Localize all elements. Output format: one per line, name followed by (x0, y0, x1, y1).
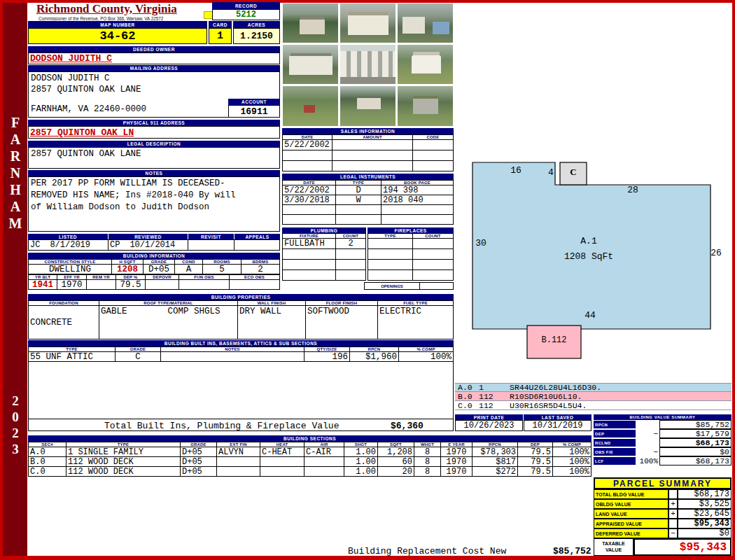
sec-sqft: 60 (378, 457, 414, 467)
photo-thumbnail-2[interactable] (340, 3, 396, 43)
col-construction-style: CONSTRUCTION STYLE (28, 259, 112, 265)
section-row-B: B.0 112 WOOD DECK D+05 1.00 60 8 1970 $8… (28, 457, 592, 467)
col-type: TYPE (28, 346, 115, 352)
sec-air: C-AIR (304, 447, 344, 457)
col-qty: QTY/SIZE (304, 346, 350, 352)
heated-sqft: 1208 (112, 265, 144, 274)
bvs-label-dep: DEP (594, 430, 636, 438)
parcel-value-land: $23,645 (678, 509, 732, 519)
photo-thumbnail-4[interactable] (282, 44, 339, 85)
col-sale-code: CODE (413, 134, 454, 140)
sketch-area-label: A.1 (564, 236, 613, 246)
vector-path: SR44U26L28U4L16D30. (510, 383, 601, 392)
account-value: 16911 (228, 105, 280, 118)
building-info-header: BUILDING INFORMATION (28, 253, 280, 259)
legal-description-value: 2857 QUINTON OAK LANE (29, 148, 141, 159)
inst-bookpage (382, 205, 454, 215)
sketch-area-sqft: 1208 SqFt (547, 251, 631, 262)
instrument-row-3 (282, 205, 454, 215)
roof-material: COMP SHGLS (168, 307, 220, 316)
built-in-grade: C (115, 352, 161, 362)
dim-left: 30 (470, 238, 491, 248)
col-shgt: SHGT (344, 442, 378, 447)
legal-description-box: 2857 QUINTON OAK LANE (28, 147, 280, 169)
notes-line-2: REMOVED HIS NAME; Ins #2018-040 By will (31, 190, 236, 200)
col-wall: WALL FINISH (238, 300, 306, 306)
plumbing-row-4 (282, 270, 366, 281)
sec-id: B.0 (28, 457, 66, 467)
sec-type: 112 WOOD DECK (66, 467, 181, 477)
fixture-count (336, 260, 366, 270)
notes-box: PER 2017 PP FORM WILLIAM IS DECEASED- RE… (28, 176, 280, 232)
sec-pcomp: 100% (553, 457, 592, 467)
photo-thumbnail-8[interactable] (340, 85, 396, 127)
built-ins-header: BUILDING BUILT INS, BASEMENTS, ATTICS & … (28, 340, 454, 346)
vector-code: A.0 (455, 383, 479, 392)
bvs-value-lcf: $68,173 (659, 456, 732, 465)
sec-whgt: 8 (414, 457, 441, 467)
sec-heat: C-HEAT (260, 447, 304, 457)
taxable-label-text: TAXABLE VALUE (594, 541, 633, 553)
inst-date: 5/22/2002 (282, 186, 336, 195)
parcel-label-appraised: APPRAISED VALUE (594, 519, 668, 528)
photo-thumbnail-5[interactable] (340, 44, 396, 85)
legal-instruments-header: LEGAL INSTRUMENTS (282, 174, 454, 180)
taxable-value: $95,343 (634, 538, 732, 556)
plumbing-row-2 (282, 249, 366, 260)
plumbing-row-3 (282, 260, 366, 270)
sec-pcomp: 100% (553, 447, 592, 457)
district-sidebar (3, 3, 27, 556)
photo-thumbnail-6[interactable] (397, 44, 454, 85)
photo-thumbnail-7[interactable] (282, 85, 339, 127)
col-type: TYPE (66, 442, 181, 447)
reviewed-date: 10/1/2014 (130, 240, 175, 250)
card-value: 1 (209, 28, 232, 44)
sale-amount (332, 150, 413, 161)
sec-type: 112 WOOD DECK (66, 457, 181, 467)
fireplace-type (368, 249, 413, 260)
built-ins-row: 55 UNF ATTIC C 196 $1,960 100% (28, 352, 454, 362)
photo-thumbnail-3[interactable] (397, 3, 454, 43)
fixture-count: 2 (336, 239, 366, 249)
col-pcomp: % COMP (553, 442, 592, 447)
building-properties-row: CONCRETE GABLECOMP SHGLS DRY WALL SOFTWO… (28, 306, 454, 340)
photo-thumbnail-1[interactable] (282, 3, 339, 43)
vector-code: C.0 (455, 401, 479, 410)
sec-eyear: 1970 (441, 457, 472, 467)
building-sections-headrow: SEC# TYPE GRADE EXT FIN HEAT AIR SHGT SQ… (28, 442, 592, 447)
col-dep: DEP (518, 442, 553, 447)
map-number-value: 34-62 (28, 28, 207, 44)
building-info-headrow-1: CONSTRUCTION STYLE H SQFT GRADE COND ROO… (28, 259, 280, 265)
grade: D+05 (144, 265, 175, 274)
fireplace-count (413, 249, 454, 260)
dim-top-right: 28 (622, 185, 643, 195)
col-ecoobs: ECO OBS (230, 274, 280, 280)
plumbing-headrow: FIXTURE COUNT (282, 233, 366, 239)
col-bdrms: BDRMS (241, 259, 280, 265)
sec-air (304, 457, 344, 467)
photo-tractor (304, 105, 315, 113)
parcel-summary-title: PARCEL SUMMARY (613, 479, 712, 489)
listed-cell: JC8/1/2019 (28, 239, 108, 251)
bvs-value-obs: $0 (659, 447, 732, 456)
record-header: RECORD (212, 2, 280, 9)
wall-finish: DRY WALL (238, 306, 306, 340)
listed-header: LISTED (28, 234, 108, 239)
inst-date: 3/30/2018 (282, 195, 336, 205)
inst-type: D (336, 186, 382, 195)
fireplace-row-1 (368, 239, 454, 249)
reviewed-by: CP (110, 240, 120, 250)
col-pct: % COMP (399, 346, 454, 352)
section-row-A: A.0 1 SINGLE FAMILY D+05 ALVYN C-HEAT C-… (28, 447, 592, 457)
photo-shed (413, 99, 438, 114)
col-inst-bookpage: BOOK PAGE (382, 180, 454, 186)
taxable-value-label: TAXABLE VALUE (594, 538, 634, 556)
sales-row-2 (282, 150, 454, 161)
photo-thumbnail-9[interactable] (397, 85, 454, 127)
listed-by: JC (30, 240, 40, 250)
instrument-row-4 (282, 215, 454, 225)
card-header: CARD (209, 21, 232, 28)
inst-date (282, 205, 336, 215)
sales-headrow: DATE AMOUNT CODE (282, 134, 454, 140)
col-notes: NOTES (161, 346, 304, 352)
